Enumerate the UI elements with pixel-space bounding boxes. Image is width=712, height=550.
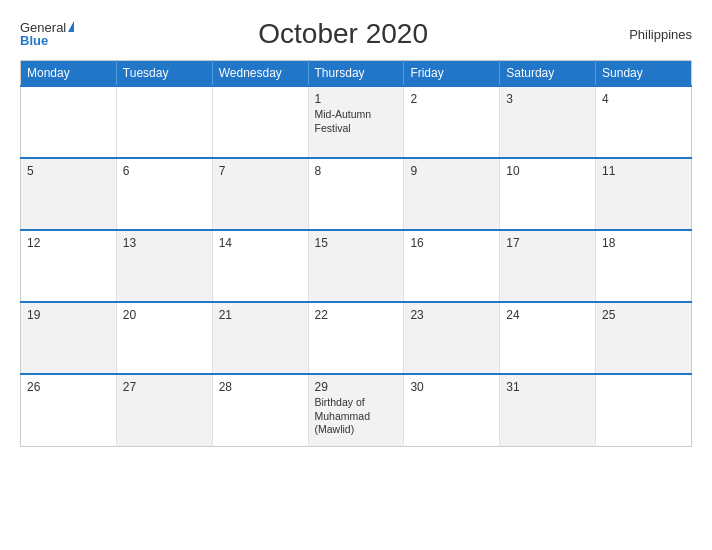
calendar-cell: 21	[212, 302, 308, 374]
calendar-header-row: MondayTuesdayWednesdayThursdayFridaySatu…	[21, 61, 692, 87]
day-number: 21	[219, 308, 302, 322]
day-number: 9	[410, 164, 493, 178]
day-number: 31	[506, 380, 589, 394]
day-number: 23	[410, 308, 493, 322]
event-label: Birthday of Muhammad (Mawlid)	[315, 396, 398, 437]
day-number: 30	[410, 380, 493, 394]
calendar-cell: 18	[596, 230, 692, 302]
day-number: 20	[123, 308, 206, 322]
calendar-week-row: 19202122232425	[21, 302, 692, 374]
day-header-thursday: Thursday	[308, 61, 404, 87]
day-number: 2	[410, 92, 493, 106]
calendar-cell	[116, 86, 212, 158]
calendar-cell: 9	[404, 158, 500, 230]
day-header-tuesday: Tuesday	[116, 61, 212, 87]
day-number: 22	[315, 308, 398, 322]
day-header-sunday: Sunday	[596, 61, 692, 87]
calendar-cell: 6	[116, 158, 212, 230]
country-label: Philippines	[612, 27, 692, 42]
day-number: 11	[602, 164, 685, 178]
calendar-page: General Blue October 2020 Philippines Mo…	[0, 0, 712, 550]
day-header-monday: Monday	[21, 61, 117, 87]
calendar-cell: 17	[500, 230, 596, 302]
day-number: 14	[219, 236, 302, 250]
calendar-cell: 22	[308, 302, 404, 374]
day-header-saturday: Saturday	[500, 61, 596, 87]
header: General Blue October 2020 Philippines	[20, 18, 692, 50]
calendar-table: MondayTuesdayWednesdayThursdayFridaySatu…	[20, 60, 692, 447]
day-number: 28	[219, 380, 302, 394]
logo-blue-text: Blue	[20, 34, 48, 47]
day-number: 16	[410, 236, 493, 250]
day-number: 4	[602, 92, 685, 106]
calendar-week-row: 1Mid-Autumn Festival234	[21, 86, 692, 158]
day-number: 13	[123, 236, 206, 250]
calendar-week-row: 26272829Birthday of Muhammad (Mawlid)303…	[21, 374, 692, 446]
day-number: 15	[315, 236, 398, 250]
calendar-cell	[212, 86, 308, 158]
calendar-cell: 4	[596, 86, 692, 158]
day-number: 19	[27, 308, 110, 322]
day-number: 6	[123, 164, 206, 178]
calendar-cell: 12	[21, 230, 117, 302]
calendar-cell: 27	[116, 374, 212, 446]
calendar-cell: 8	[308, 158, 404, 230]
day-number: 17	[506, 236, 589, 250]
day-number: 8	[315, 164, 398, 178]
calendar-cell: 3	[500, 86, 596, 158]
calendar-cell: 19	[21, 302, 117, 374]
calendar-cell	[21, 86, 117, 158]
day-number: 12	[27, 236, 110, 250]
calendar-cell: 24	[500, 302, 596, 374]
day-header-wednesday: Wednesday	[212, 61, 308, 87]
day-number: 25	[602, 308, 685, 322]
day-number: 29	[315, 380, 398, 394]
calendar-cell: 14	[212, 230, 308, 302]
calendar-cell: 7	[212, 158, 308, 230]
day-number: 1	[315, 92, 398, 106]
calendar-cell: 11	[596, 158, 692, 230]
calendar-week-row: 567891011	[21, 158, 692, 230]
calendar-week-row: 12131415161718	[21, 230, 692, 302]
event-label: Mid-Autumn Festival	[315, 108, 398, 135]
day-number: 3	[506, 92, 589, 106]
calendar-cell: 23	[404, 302, 500, 374]
calendar-cell: 16	[404, 230, 500, 302]
calendar-cell: 30	[404, 374, 500, 446]
day-number: 18	[602, 236, 685, 250]
calendar-cell: 31	[500, 374, 596, 446]
day-number: 7	[219, 164, 302, 178]
calendar-cell: 5	[21, 158, 117, 230]
calendar-cell: 20	[116, 302, 212, 374]
calendar-cell: 13	[116, 230, 212, 302]
day-header-friday: Friday	[404, 61, 500, 87]
day-number: 26	[27, 380, 110, 394]
day-number: 24	[506, 308, 589, 322]
calendar-cell: 1Mid-Autumn Festival	[308, 86, 404, 158]
logo: General Blue	[20, 21, 74, 47]
calendar-cell: 29Birthday of Muhammad (Mawlid)	[308, 374, 404, 446]
day-number: 5	[27, 164, 110, 178]
calendar-cell: 26	[21, 374, 117, 446]
day-number: 10	[506, 164, 589, 178]
calendar-cell: 10	[500, 158, 596, 230]
calendar-cell: 15	[308, 230, 404, 302]
calendar-cell: 25	[596, 302, 692, 374]
day-number: 27	[123, 380, 206, 394]
calendar-cell: 2	[404, 86, 500, 158]
calendar-cell	[596, 374, 692, 446]
calendar-cell: 28	[212, 374, 308, 446]
calendar-title: October 2020	[74, 18, 612, 50]
